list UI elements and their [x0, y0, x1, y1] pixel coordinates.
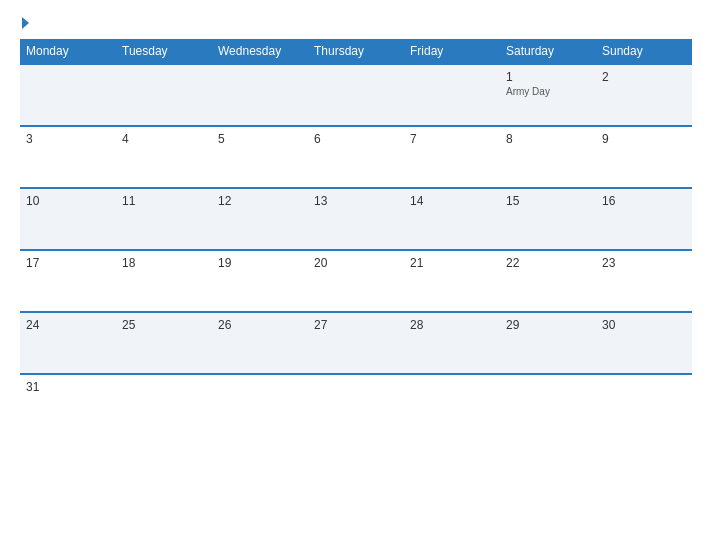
day-number: 10	[26, 194, 110, 208]
weekday-header-wednesday: Wednesday	[212, 39, 308, 64]
day-number: 19	[218, 256, 302, 270]
day-number: 2	[602, 70, 686, 84]
calendar-cell: 28	[404, 312, 500, 374]
week-row-5: 24252627282930	[20, 312, 692, 374]
calendar-cell: 19	[212, 250, 308, 312]
day-number: 14	[410, 194, 494, 208]
weekday-header-row: MondayTuesdayWednesdayThursdayFridaySatu…	[20, 39, 692, 64]
day-number: 18	[122, 256, 206, 270]
day-number: 12	[218, 194, 302, 208]
day-number: 29	[506, 318, 590, 332]
calendar-cell: 10	[20, 188, 116, 250]
day-number: 27	[314, 318, 398, 332]
calendar-cell: 18	[116, 250, 212, 312]
calendar-cell	[212, 64, 308, 126]
calendar-cell	[116, 64, 212, 126]
day-number: 4	[122, 132, 206, 146]
weekday-header-saturday: Saturday	[500, 39, 596, 64]
day-number: 28	[410, 318, 494, 332]
calendar-cell: 14	[404, 188, 500, 250]
week-row-1: 1Army Day2	[20, 64, 692, 126]
calendar-cell: 16	[596, 188, 692, 250]
calendar-cell: 23	[596, 250, 692, 312]
week-row-2: 3456789	[20, 126, 692, 188]
calendar-cell: 2	[596, 64, 692, 126]
calendar-table: MondayTuesdayWednesdayThursdayFridaySatu…	[20, 39, 692, 436]
calendar-cell	[212, 374, 308, 436]
calendar-cell: 20	[308, 250, 404, 312]
header	[20, 18, 692, 29]
calendar-cell: 5	[212, 126, 308, 188]
day-number: 6	[314, 132, 398, 146]
week-row-6: 31	[20, 374, 692, 436]
day-number: 5	[218, 132, 302, 146]
calendar-cell: 25	[116, 312, 212, 374]
calendar-cell: 13	[308, 188, 404, 250]
day-number: 20	[314, 256, 398, 270]
week-row-4: 17181920212223	[20, 250, 692, 312]
calendar-cell: 17	[20, 250, 116, 312]
calendar-cell: 31	[20, 374, 116, 436]
day-number: 17	[26, 256, 110, 270]
event-label: Army Day	[506, 86, 590, 97]
calendar-cell: 3	[20, 126, 116, 188]
calendar-cell: 26	[212, 312, 308, 374]
day-number: 15	[506, 194, 590, 208]
weekday-header-friday: Friday	[404, 39, 500, 64]
day-number: 25	[122, 318, 206, 332]
calendar-cell: 7	[404, 126, 500, 188]
day-number: 13	[314, 194, 398, 208]
calendar-cell: 27	[308, 312, 404, 374]
calendar-cell: 1Army Day	[500, 64, 596, 126]
calendar-cell	[596, 374, 692, 436]
day-number: 7	[410, 132, 494, 146]
day-number: 3	[26, 132, 110, 146]
day-number: 1	[506, 70, 590, 84]
logo-triangle-icon	[22, 17, 29, 29]
logo	[20, 18, 29, 29]
calendar-cell: 22	[500, 250, 596, 312]
calendar-cell: 6	[308, 126, 404, 188]
day-number: 21	[410, 256, 494, 270]
calendar-cell: 11	[116, 188, 212, 250]
calendar-cell: 15	[500, 188, 596, 250]
logo-blue-text	[20, 18, 29, 29]
weekday-header-monday: Monday	[20, 39, 116, 64]
calendar-cell: 21	[404, 250, 500, 312]
day-number: 9	[602, 132, 686, 146]
day-number: 30	[602, 318, 686, 332]
calendar-cell	[500, 374, 596, 436]
calendar-cell	[404, 64, 500, 126]
page: MondayTuesdayWednesdayThursdayFridaySatu…	[0, 0, 712, 550]
day-number: 16	[602, 194, 686, 208]
calendar-cell: 30	[596, 312, 692, 374]
calendar-cell: 12	[212, 188, 308, 250]
calendar-cell: 24	[20, 312, 116, 374]
calendar-cell: 4	[116, 126, 212, 188]
day-number: 11	[122, 194, 206, 208]
calendar-cell: 8	[500, 126, 596, 188]
calendar-cell: 29	[500, 312, 596, 374]
weekday-header-sunday: Sunday	[596, 39, 692, 64]
day-number: 8	[506, 132, 590, 146]
calendar-cell	[116, 374, 212, 436]
calendar-cell	[20, 64, 116, 126]
day-number: 31	[26, 380, 110, 394]
day-number: 23	[602, 256, 686, 270]
weekday-header-tuesday: Tuesday	[116, 39, 212, 64]
weekday-header-thursday: Thursday	[308, 39, 404, 64]
calendar-cell	[404, 374, 500, 436]
day-number: 22	[506, 256, 590, 270]
day-number: 26	[218, 318, 302, 332]
day-number: 24	[26, 318, 110, 332]
calendar-cell	[308, 64, 404, 126]
week-row-3: 10111213141516	[20, 188, 692, 250]
calendar-cell: 9	[596, 126, 692, 188]
calendar-cell	[308, 374, 404, 436]
